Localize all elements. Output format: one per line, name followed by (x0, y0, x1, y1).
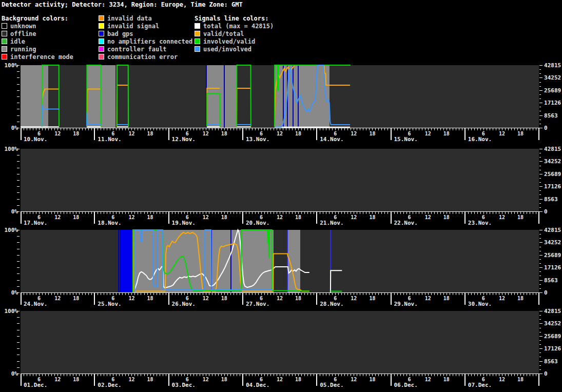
y-left-tick (17, 242, 20, 243)
day-boundary-tick (94, 374, 95, 386)
y-left-tick (17, 211, 20, 212)
y-right-minor-tick (539, 86, 541, 87)
hour-tick (320, 128, 320, 130)
day-boundary-tick (391, 293, 392, 305)
day-label: 30.Nov. (468, 301, 492, 307)
hour-tick (157, 212, 157, 214)
hour-tick (323, 128, 323, 130)
hour-tick (366, 128, 366, 130)
hour-tick (314, 374, 314, 376)
hour-label: 12 (128, 377, 134, 382)
hour-tick (381, 128, 382, 130)
hour-tick (505, 212, 506, 214)
hour-tick (82, 212, 83, 214)
hour-tick (437, 374, 438, 376)
color-swatch (195, 46, 200, 52)
hour-tick (533, 374, 533, 376)
hour-tick (447, 293, 447, 295)
hour-tick (520, 212, 521, 214)
y-right-minor-tick (539, 182, 541, 183)
hour-tick (477, 212, 478, 214)
hour-tick (351, 128, 351, 130)
hour-tick (520, 293, 521, 295)
hour-tick (36, 212, 36, 214)
hour-tick (283, 293, 283, 295)
day-boundary-tick (464, 128, 466, 140)
hour-tick (184, 293, 185, 295)
hour-tick (42, 212, 43, 214)
hour-tick (416, 374, 416, 376)
day-boundary-tick (21, 212, 22, 224)
hour-label: 12 (425, 131, 431, 136)
hour-tick (240, 374, 240, 376)
hour-tick (447, 128, 447, 130)
color-swatch (2, 54, 7, 60)
hour-tick (477, 128, 478, 130)
day-boundary-tick (538, 293, 539, 305)
hour-tick (332, 374, 333, 376)
hour-tick (425, 293, 425, 295)
y-right-label: 34252 (544, 239, 561, 246)
y-right-minor-tick (539, 82, 541, 83)
y-right-minor-tick (539, 69, 541, 70)
hour-tick (394, 128, 395, 130)
hour-tick (150, 374, 151, 376)
day-label: 10.Nov. (24, 136, 47, 143)
hour-tick (335, 128, 336, 130)
hour-tick (289, 293, 289, 295)
bad-gps-stripe (287, 230, 288, 292)
day-label: 24.Nov. (24, 301, 47, 307)
y-right-minor-tick (539, 120, 541, 120)
hour-tick (261, 374, 262, 376)
hour-tick (483, 374, 484, 376)
hour-tick (437, 128, 438, 130)
y-left-tick (17, 342, 20, 343)
hour-label: 12 (128, 296, 134, 301)
hour-tick (289, 128, 289, 130)
hour-tick (144, 212, 145, 214)
hour-tick (344, 212, 345, 214)
y-right-minor-tick (539, 157, 541, 158)
hour-tick (502, 128, 502, 130)
hour-tick (329, 374, 330, 376)
hour-tick (422, 374, 422, 376)
hour-tick (533, 293, 533, 295)
hour-label: 12 (277, 377, 283, 382)
y-left-tick (17, 96, 20, 97)
hour-tick (274, 374, 274, 376)
y-right-label: 42815 (544, 227, 561, 233)
y-right-label: 42815 (544, 62, 561, 69)
y-left-tick (17, 161, 20, 162)
hour-tick (88, 374, 89, 376)
day-boundary-tick (391, 374, 392, 386)
hour-label: 18 (369, 214, 375, 220)
day-boundary-tick (242, 293, 243, 305)
hour-tick (91, 374, 92, 376)
hour-label: 18 (73, 131, 79, 136)
hour-tick (147, 293, 148, 295)
hour-tick (480, 293, 481, 295)
hour-tick (369, 374, 370, 376)
hour-tick (101, 212, 101, 214)
hour-tick (178, 212, 179, 214)
hour-tick (502, 374, 502, 376)
hour-tick (490, 374, 490, 376)
hour-tick (499, 128, 499, 130)
hour-tick (443, 128, 444, 130)
hour-tick (453, 212, 453, 214)
hour-tick (107, 374, 107, 376)
hour-tick (527, 212, 527, 214)
hour-tick (203, 293, 203, 295)
y-left-tick (17, 205, 20, 206)
y-left-tick (17, 330, 20, 330)
hour-tick (527, 374, 527, 376)
hour-tick (514, 212, 515, 214)
hour-tick (54, 128, 55, 130)
hour-tick (64, 212, 64, 214)
hour-tick (416, 128, 416, 130)
hour-tick (490, 128, 490, 130)
hour-label: 18 (221, 377, 227, 382)
hour-tick (98, 212, 98, 214)
hour-tick (258, 374, 259, 376)
hour-tick (27, 212, 27, 214)
